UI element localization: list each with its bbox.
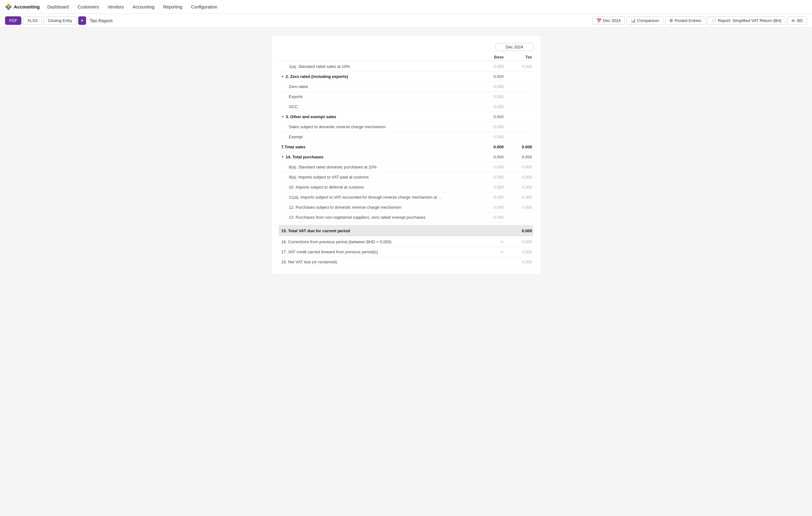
bottom-value-18: 0.000 [505, 260, 533, 264]
report-row-1a: 1(a). Standard rated sales at 10% 0.000 … [279, 62, 533, 71]
report-row-3-exempt: Exempt 0.000 [279, 132, 533, 142]
bottom-rows: 16. Corrections from previous period (be… [279, 237, 533, 267]
row-label-2-gcc: GCC [279, 104, 477, 109]
row-base-2-exports: 0.000 [477, 94, 505, 99]
chevron-icon[interactable]: ▼ [281, 155, 284, 159]
col-tax-header: Tax [505, 55, 533, 59]
chevron-icon[interactable]: ▼ [281, 115, 284, 118]
calendar-icon: 📅 [597, 18, 602, 23]
row-tax-12: 0.000 [505, 205, 533, 210]
comparison-icon: 📊 [631, 18, 636, 23]
row-base-1a: 0.000 [477, 64, 505, 69]
bottom-value-17: 0.000 [505, 250, 533, 254]
nav-customers[interactable]: Customers [74, 2, 103, 11]
main-content: Dec 2024 Base Tax 1(a). Standard rated s… [0, 28, 812, 515]
report-row-3: ▼ 3. Other and exempt sales 0.000 [279, 112, 533, 122]
row-base-8a: 0.000 [477, 165, 505, 169]
bottom-row-17: 17. VAT credit carried forward from prev… [279, 247, 533, 257]
report-row-2: ▼ 2. Zero rated (including exports) 0.00… [279, 71, 533, 82]
row-label-1a: 1(a). Standard rated sales at 10% [279, 64, 477, 69]
report-row-2-zero: Zero rated 0.000 [279, 82, 533, 92]
col-base-header: Base [477, 55, 505, 59]
row-label-14: ▼ 14. Total purchases [279, 154, 477, 159]
row-label-3-domestic: Sales subject to domestic reverse charge… [279, 124, 477, 129]
row-label-2-zero: Zero rated [279, 84, 477, 89]
total-vat-label: 15. Total VAT due for current period [279, 228, 505, 233]
row-base-3-exempt: 0.000 [477, 135, 505, 139]
row-base-2-gcc: 0.000 [477, 104, 505, 109]
row-base-14: 0.000 [477, 154, 505, 159]
column-headers: Base Tax [279, 53, 533, 61]
row-label-12: 12. Purchases subject to domestic revers… [279, 205, 477, 210]
closing-entry-button[interactable]: Closing Entry [44, 16, 76, 25]
dropdown-button[interactable]: ▾ [78, 16, 86, 25]
nav-reporting[interactable]: Reporting [159, 2, 186, 11]
app-logo[interactable]: Accounting [5, 3, 40, 10]
report-row-3-domestic: Sales subject to domestic reverse charge… [279, 122, 533, 132]
row-base-3: 0.000 [477, 114, 505, 119]
report-row-11a: 11(a). Imports subject to VAT accounted … [279, 192, 533, 202]
row-tax-11a: 0.000 [505, 195, 533, 200]
posted-entries-button[interactable]: ⚙ Posted Entries [665, 16, 705, 25]
report-row-14: ▼ 14. Total purchases 0.000 0.000 [279, 152, 533, 162]
chevron-icon[interactable]: ▼ [281, 75, 284, 78]
row-label-2-exports: Exports [279, 94, 477, 99]
period-box: Dec 2024 [496, 43, 533, 51]
svg-point-3 [7, 7, 10, 10]
report-row-9a: 9(a). Imports subject to VAT paid at cus… [279, 172, 533, 182]
row-base-3-domestic: 0.000 [477, 124, 505, 129]
filter-icon: ⚙ [669, 18, 673, 23]
row-label-11a: 11(a). Imports subject to VAT accounted … [279, 195, 477, 200]
nav-dashboard[interactable]: Dashboard [44, 2, 73, 11]
total-vat-row: 15. Total VAT due for current period 0.0… [279, 225, 533, 236]
pdf-button[interactable]: PDF [5, 16, 21, 25]
comparison-button[interactable]: 📊 Comparison [627, 16, 663, 25]
period-button[interactable]: 📅 Dec 2024 [592, 16, 625, 25]
row-label-2: ▼ 2. Zero rated (including exports) [279, 74, 477, 79]
report-rows: 1(a). Standard rated sales at 10% 0.000 … [279, 62, 533, 223]
bottom-row-18: 18. Net VAT due (or reclaimed) 0.000 [279, 257, 533, 267]
row-label-9a: 9(a). Imports subject to VAT paid at cus… [279, 175, 477, 179]
nav-vendors[interactable]: Vendors [104, 2, 127, 11]
in-bd-button[interactable]: In .BD [787, 16, 807, 25]
edit-icon-17[interactable]: ✏ [500, 250, 504, 254]
odoo-logo-icon [5, 3, 12, 10]
toolbar-right: 📅 Dec 2024 📊 Comparison ⚙ Posted Entries… [592, 16, 807, 25]
comparison-label: Comparison [637, 18, 659, 23]
nav-accounting[interactable]: Accounting [129, 2, 158, 11]
xlsx-button[interactable]: XLSX [23, 16, 42, 25]
row-base-2-zero: 0.000 [477, 84, 505, 89]
app-title: Accounting [14, 4, 40, 9]
report-row-2-gcc: GCC 0.000 [279, 102, 533, 112]
row-label-10: 10. Imports subject to deferral at custo… [279, 185, 477, 190]
period-label: Dec 2024 [603, 18, 620, 23]
row-tax-1a: 0.000 [505, 64, 533, 69]
nav-configuration[interactable]: Configuration [187, 2, 221, 11]
report-row-7: 7.Total sales 0.000 0.000 [279, 142, 533, 152]
bottom-row-16: 16. Corrections from previous period (be… [279, 237, 533, 247]
report-title: Tax Report [88, 18, 115, 23]
report-row-10: 10. Imports subject to deferral at custo… [279, 182, 533, 192]
report-card: Dec 2024 Base Tax 1(a). Standard rated s… [271, 35, 541, 275]
top-navigation: Accounting Dashboard Customers Vendors A… [0, 0, 812, 14]
edit-icon-16[interactable]: ✏ [500, 240, 504, 244]
row-tax-14: 0.000 [505, 154, 533, 159]
toolbar: PDF XLSX Closing Entry ▾ Tax Report 📅 De… [0, 14, 812, 28]
row-tax-8a: 0.000 [505, 165, 533, 169]
row-label-3-exempt: Exempt [279, 135, 477, 139]
bottom-label-17: 17. VAT credit carried forward from prev… [279, 250, 500, 254]
row-base-2: 0.000 [477, 74, 505, 79]
report-row-2-exports: Exports 0.000 [279, 92, 533, 102]
row-label-7: 7.Total sales [279, 145, 477, 149]
row-base-7: 0.000 [477, 145, 505, 149]
row-label-3: ▼ 3. Other and exempt sales [279, 114, 477, 119]
row-base-13: 0.000 [477, 215, 505, 220]
total-vat-value: 0.000 [505, 228, 533, 233]
row-tax-9a: 0.000 [505, 175, 533, 179]
bottom-value-16: 0.000 [505, 239, 533, 244]
period-header: Dec 2024 [279, 43, 533, 51]
row-label-8a: 8(a). Standard rated domestic purchases … [279, 165, 477, 169]
posted-entries-label: Posted Entries [675, 18, 701, 23]
report-name-label: Report: Simplified VAT Return (BH) [718, 18, 782, 23]
report-select-button[interactable]: 📄 Report: Simplified VAT Return (BH) [707, 16, 786, 25]
